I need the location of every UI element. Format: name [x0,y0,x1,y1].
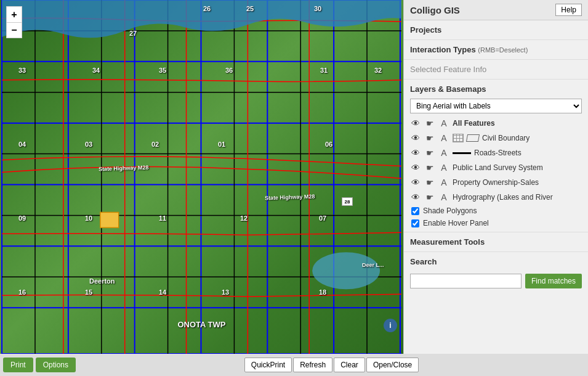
bottom-bar-center: QuickPrint Refresh Clear Open/Close [78,358,585,372]
app-title: Colligo GIS [410,5,460,15]
bottom-bar: Print Options QuickPrint Refresh Clear O… [0,354,588,376]
civil-symbol-grid [453,134,464,142]
layer-row-roads: 👁 ☛ A Roads-Streets [410,145,582,160]
section-label-01: 01 [218,141,225,148]
layer-name-hydro: Hydrography (Lakes and River [453,193,582,202]
zoom-out-button[interactable]: − [6,22,22,38]
text-icon-property[interactable]: A [438,177,449,188]
layer-name-pls: Public Land Survey System [453,163,582,172]
quickprint-button[interactable]: QuickPrint [244,358,292,372]
eye-icon-property[interactable]: 👁 [410,177,421,188]
section-label-25: 25 [246,5,254,12]
section-label-10: 10 [85,215,92,222]
shade-polygons-label: Shade Polygons [423,206,477,215]
text-icon-hydro[interactable]: A [438,192,449,203]
panel-header: Colligo GIS Help [404,0,588,20]
refresh-button[interactable]: Refresh [293,358,332,372]
section-label-04: 04 [18,141,26,148]
roads-symbol-line [453,152,471,154]
text-icon-civil[interactable]: A [438,133,449,144]
map-zoom-controls: + − [6,6,22,38]
section-label-27: 27 [129,30,137,37]
layer-row-pls: 👁 ☛ A Public Land Survey System [410,160,582,175]
eye-icon-roads[interactable]: 👁 [410,147,421,158]
info-button[interactable]: i [384,319,397,332]
layers-basemaps-section: Layers & Basemaps Bing Aerial with Label… [404,80,588,232]
text-icon-pls[interactable]: A [438,162,449,173]
section-label-09: 09 [18,215,26,222]
eye-icon-civil[interactable]: 👁 [410,133,421,144]
enable-hover-row: Enable Hover Panel [410,217,582,229]
measurement-tools-title: Measurement Tools [410,235,582,249]
svg-point-31 [312,252,380,289]
hand-icon-roads[interactable]: ☛ [424,147,435,158]
eye-icon-all[interactable]: 👁 [410,118,421,129]
section-label-02: 02 [151,141,159,148]
layer-name-all: All Features [453,119,582,128]
eye-icon-pls[interactable]: 👁 [410,162,421,173]
section-label-14: 14 [159,288,166,296]
place-label-deer-lake: Deer L... [362,262,384,268]
layer-name-roads: Roads-Streets [474,149,582,157]
zoom-in-button[interactable]: + [6,6,22,22]
section-label-26: 26 [203,5,211,12]
selected-feature-section: Selected Feature Info [404,60,588,80]
layer-row-hydro: 👁 ☛ A Hydrography (Lakes and River [410,190,582,205]
hand-icon-hydro[interactable]: ☛ [424,192,435,203]
selected-feature-title: Selected Feature Info [410,62,582,76]
search-input[interactable] [410,274,522,288]
map-svg [0,0,403,354]
projects-title: Projects [410,23,582,37]
enable-hover-label: Enable Hover Panel [423,219,489,227]
section-label-36: 36 [225,67,233,74]
hand-icon-pls[interactable]: ☛ [424,162,435,173]
interaction-types-section: Interaction Types (RMB=Deselect) [404,40,588,60]
shade-polygons-checkbox[interactable] [411,207,419,215]
layers-basemaps-title: Layers & Basemaps [410,82,582,96]
section-label-12: 12 [240,215,248,222]
find-matches-button[interactable]: Find matches [525,274,582,288]
section-label-32: 32 [374,67,382,74]
right-panel: Colligo GIS Help Projects Interaction Ty… [403,0,588,354]
section-label-35: 35 [159,67,166,74]
text-icon-roads[interactable]: A [438,147,449,158]
shade-polygons-row: Shade Polygons [410,205,582,217]
section-label-06: 06 [325,141,332,148]
basemap-select[interactable]: Bing Aerial with Labels OpenStreetMap Bi… [410,99,582,113]
section-label-07: 07 [319,215,326,222]
section-label-34: 34 [92,67,100,74]
civil-symbol-rect [466,134,480,142]
hand-icon-property[interactable]: ☛ [424,177,435,188]
bottom-bar-left: Print Options [3,358,76,372]
section-label-31: 31 [320,67,328,74]
onota-twp-label: ONOTA TWP [178,320,226,329]
text-icon-all[interactable]: A [438,118,449,129]
map-container[interactable]: + − 26 25 30 27 34 35 36 31 32 33 04 03 … [0,0,403,354]
highway-shield: 28 [342,197,353,206]
section-label-18: 18 [319,288,326,296]
section-label-15: 15 [85,288,92,296]
search-title: Search [410,255,582,269]
layer-row-all-features: 👁 ☛ A All Features [410,116,582,131]
openclose-button[interactable]: Open/Close [366,358,419,372]
print-button[interactable]: Print [3,358,33,372]
layer-row-civil: 👁 ☛ A Civil Boundary [410,131,582,145]
hand-icon-all[interactable]: ☛ [424,118,435,129]
section-label-13: 13 [222,288,229,296]
section-label-11: 11 [159,215,166,222]
help-button[interactable]: Help [555,4,582,16]
interaction-types-title: Interaction Types (RMB=Deselect) [410,43,582,57]
options-button[interactable]: Options [36,358,76,372]
layer-row-property: 👁 ☛ A Property Ownership-Sales [410,175,582,190]
eye-icon-hydro[interactable]: 👁 [410,192,421,203]
enable-hover-checkbox[interactable] [411,219,419,227]
projects-section: Projects [404,20,588,40]
measurement-tools-section: Measurement Tools [404,232,588,252]
layer-name-property: Property Ownership-Sales [453,178,582,187]
layer-name-civil: Civil Boundary [482,134,582,142]
search-section: Search Find matches [404,252,588,291]
clear-button[interactable]: Clear [334,358,365,372]
section-label-33: 33 [18,67,26,74]
hand-icon-civil[interactable]: ☛ [424,133,435,144]
section-label-03: 03 [85,141,92,148]
